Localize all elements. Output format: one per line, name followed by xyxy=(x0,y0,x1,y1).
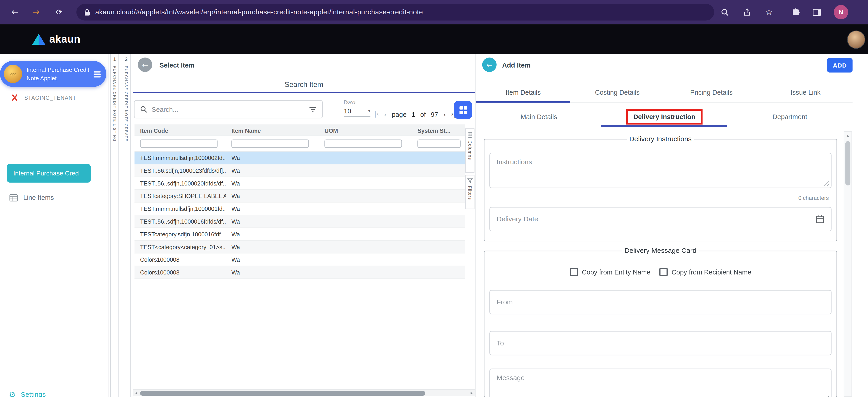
table-row[interactable]: Colors1000003Wa xyxy=(134,266,465,279)
add-button[interactable]: ADD xyxy=(827,58,853,72)
tab-active-indicator xyxy=(476,101,570,103)
scroll-right-arrow[interactable]: ► xyxy=(471,391,473,395)
to-field[interactable] xyxy=(489,331,832,356)
column-header-uom[interactable]: UOM xyxy=(319,127,412,134)
sidebar-item-internal-purchase-credit-note[interactable]: Internal Purchase Cred xyxy=(7,164,91,183)
filter-icon[interactable] xyxy=(309,106,316,113)
workspace-tab-listing[interactable]: 1 PURCHASE CREDIT NOTE LISTING xyxy=(110,54,119,397)
applet-pill-button[interactable]: logo Internal Purchase Credit Note Apple… xyxy=(0,61,106,87)
browser-side-panel-button[interactable] xyxy=(809,5,824,20)
from-field[interactable] xyxy=(489,290,832,315)
next-page-button[interactable]: › xyxy=(443,111,446,118)
filter-input-uom[interactable] xyxy=(325,142,401,147)
menu-icon[interactable] xyxy=(94,70,101,79)
browser-bookmark-button[interactable]: ☆ xyxy=(762,5,776,20)
tab-item-details[interactable]: Item Details xyxy=(476,89,570,102)
url-text[interactable]: akaun.cloud/#/applets/tnt/wavelet/erp/in… xyxy=(95,8,423,16)
add-button-label: ADD xyxy=(833,62,847,69)
funnel-icon xyxy=(467,178,472,184)
grid-view-button[interactable] xyxy=(454,101,472,119)
message-field[interactable] xyxy=(489,368,832,397)
copy-entity-label[interactable]: Copy from Entity Name xyxy=(582,268,650,276)
table-row[interactable]: TEST.mmm.nullsdfjn,1000001fd...Wa xyxy=(134,203,465,216)
scroll-up-arrow[interactable]: ▲ xyxy=(846,134,849,137)
from-input[interactable] xyxy=(490,291,831,314)
delivery-instructions-section: Delivery Instructions 0 characters xyxy=(484,135,837,241)
browser-profile-avatar[interactable]: N xyxy=(834,5,848,20)
table-row[interactable]: TEST..56..sdfjn,1000020fdfds/df...Wa xyxy=(134,177,465,190)
cell-item-name: Wa xyxy=(226,205,319,212)
instructions-field[interactable] xyxy=(489,153,832,188)
vertical-scrollbar-thumb[interactable] xyxy=(845,141,850,186)
filter-input-item-name[interactable] xyxy=(232,142,308,147)
select-item-back-button[interactable]: ← xyxy=(138,58,152,72)
table-row[interactable]: TEST.mmm.nullsdfjn,1000002fd...Wa xyxy=(134,152,465,165)
puzzle-icon xyxy=(791,8,800,16)
sub-tab-delivery-instruction[interactable]: Delivery Instruction xyxy=(602,109,727,124)
delivery-date-input[interactable] xyxy=(490,208,831,231)
scroll-left-arrow[interactable]: ◄ xyxy=(134,391,137,395)
search-field[interactable] xyxy=(134,100,323,119)
table-row[interactable]: TEST..56..sdfjn,1000016fdfds/df...Wa xyxy=(134,216,465,228)
sidebar-item-line-items[interactable]: Line Items xyxy=(9,194,54,201)
panel-divider xyxy=(475,54,475,397)
browser-reload-button[interactable]: ⟳ xyxy=(52,5,66,20)
rows-value: 10 xyxy=(344,107,351,115)
search-input[interactable] xyxy=(152,101,305,118)
cell-item-code: TESTcategory.sdfjn,1000016fdf... xyxy=(134,231,226,237)
sidebar-item-settings[interactable]: ⚙ Settings xyxy=(9,391,46,397)
copy-recipient-checkbox[interactable] xyxy=(659,268,668,276)
instructions-textarea[interactable] xyxy=(490,153,831,188)
copy-entity-option[interactable]: Copy from Entity Name xyxy=(570,268,650,276)
message-textarea[interactable] xyxy=(490,369,831,397)
tenant-selector[interactable]: STAGING_TENANT xyxy=(11,94,76,101)
filter-input-item-code[interactable] xyxy=(141,142,217,147)
browser-back-button[interactable]: ← xyxy=(8,5,22,20)
resize-handle-icon[interactable] xyxy=(825,396,830,397)
browser-extensions-button[interactable] xyxy=(788,5,803,20)
table-row[interactable]: TEST<category<category_01>s...Wa xyxy=(134,241,465,254)
table-row[interactable]: Colors1000008Wa xyxy=(134,254,465,266)
settings-label: Settings xyxy=(21,391,46,397)
total-pages: 97 xyxy=(431,111,438,119)
copy-recipient-option[interactable]: Copy from Recipient Name xyxy=(659,268,751,276)
page-word: page xyxy=(392,111,407,119)
delivery-instructions-legend: Delivery Instructions xyxy=(626,135,694,143)
annotation-red-box[interactable]: Delivery Instruction xyxy=(626,109,703,124)
vertical-scrollbar: ▲ xyxy=(844,131,852,397)
resize-handle-icon[interactable] xyxy=(825,181,830,186)
table-row[interactable]: TESTcategory:SHOPEE LABEL Ar...Wa xyxy=(134,190,465,203)
tab-pricing-details[interactable]: Pricing Details xyxy=(664,89,758,102)
browser-share-button[interactable] xyxy=(740,5,754,20)
first-page-button[interactable]: |‹ xyxy=(374,111,379,118)
table-row[interactable]: TESTcategory.sdfjn,1000016fdf...Wa xyxy=(134,228,465,241)
delivery-date-field[interactable] xyxy=(489,207,832,231)
calendar-icon[interactable] xyxy=(815,215,825,224)
table-row[interactable]: TEST..56.sdfjn,1000023fdfds/df]...Wa xyxy=(134,164,465,177)
of-word: of xyxy=(420,111,426,119)
copy-recipient-label[interactable]: Copy from Recipient Name xyxy=(672,268,751,276)
column-header-system-status[interactable]: System St... xyxy=(412,127,465,134)
workspace-tab-create[interactable]: 2 PURCHASE CREDIT NOTE CREATE xyxy=(122,54,131,397)
previous-page-button[interactable]: ‹ xyxy=(384,111,387,118)
filters-rail-button[interactable]: Filters xyxy=(465,175,474,209)
add-item-back-button[interactable]: ← xyxy=(482,58,497,72)
browser-forward-button[interactable]: → xyxy=(29,5,43,20)
user-avatar[interactable] xyxy=(848,31,865,48)
address-bar[interactable]: akaun.cloud/#/applets/tnt/wavelet/erp/in… xyxy=(76,4,714,21)
horizontal-scrollbar-thumb[interactable] xyxy=(140,391,425,396)
rows-per-page-select[interactable]: Rows 10 ▾ xyxy=(344,99,370,117)
to-input[interactable] xyxy=(490,332,831,355)
browser-search-button[interactable] xyxy=(718,5,732,20)
sub-tab-main-details[interactable]: Main Details xyxy=(476,113,602,121)
filter-input-system-status[interactable] xyxy=(418,142,460,147)
columns-rail-button[interactable]: Columns xyxy=(465,128,474,173)
column-header-item-name[interactable]: Item Name xyxy=(226,127,319,134)
tab-costing-details[interactable]: Costing Details xyxy=(570,89,664,102)
reload-icon: ⟳ xyxy=(56,8,62,16)
back-arrow-icon: ← xyxy=(486,61,492,68)
sub-tab-department[interactable]: Department xyxy=(727,113,853,121)
tab-issue-link[interactable]: Issue Link xyxy=(758,89,852,102)
copy-entity-checkbox[interactable] xyxy=(570,268,578,276)
column-header-item-code[interactable]: Item Code xyxy=(134,127,226,134)
